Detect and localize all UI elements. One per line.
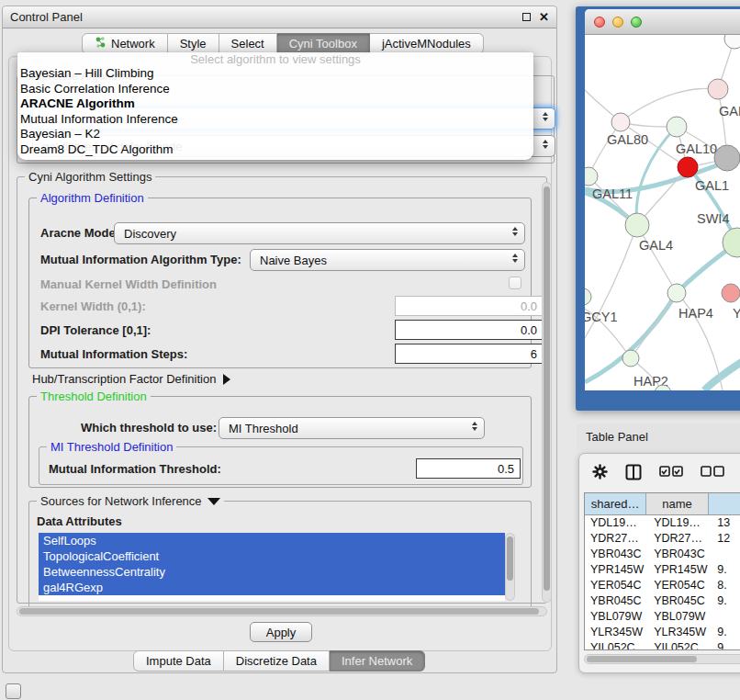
kernel-width-label: Kernel Width (0,1): <box>40 299 146 313</box>
network-node-gal80[interactable] <box>611 113 630 131</box>
dropdown-item-aracne-algorithm[interactable]: ARACNE Algorithm <box>17 96 533 112</box>
bottom-tabbar: Impute DataDiscretize DataInfer Network <box>133 650 425 672</box>
node-label-swi4: SWI4 <box>697 211 729 226</box>
network-node-gcy1[interactable] <box>585 288 591 305</box>
data-attributes-list[interactable]: SelfLoopsTopologicalCoefficientBetweenne… <box>39 533 505 601</box>
attribute-item-betweennesscentrality[interactable]: BetweennessCentrality <box>39 564 505 580</box>
node-label-gal4: GAL4 <box>639 238 673 253</box>
table-cell: YDL19… <box>585 515 648 531</box>
table-row[interactable]: YIL052CYIL052C9 <box>585 640 740 650</box>
sources-group: Sources for Network Inference Data Attri… <box>28 501 532 609</box>
network-node-gal4[interactable] <box>625 213 649 237</box>
attribute-item-selfloops[interactable]: SelfLoops <box>39 533 505 548</box>
tab-discretize-data[interactable]: Discretize Data <box>224 650 330 672</box>
dock-panel-icon[interactable] <box>6 683 21 699</box>
network-canvas[interactable]: GAL7GAL80GAL10GAL1GAL11SWI4GAL4GCY1HAP4Y… <box>585 35 740 390</box>
apply-button[interactable]: Apply <box>250 622 312 642</box>
deselect-all-icon[interactable] <box>701 466 724 480</box>
sources-label: Sources for Network Inference <box>40 494 202 508</box>
tab-select[interactable]: Select <box>219 33 277 54</box>
network-node-hap4[interactable] <box>667 284 686 302</box>
table-panel-titlebar: Table Panel <box>577 423 740 450</box>
table-row[interactable]: YPR145WYPR145W9. <box>585 562 740 578</box>
kernel-width-field[interactable] <box>395 296 544 316</box>
aracne-mode-combo[interactable]: Discovery <box>114 222 525 244</box>
table-cell: 9. <box>712 562 740 578</box>
stepper-arrows-icon <box>543 140 548 149</box>
dpi-tolerance-label: DPI Tolerance [0,1]: <box>40 323 151 337</box>
threshold-definition-label: Threshold Definition <box>37 390 151 403</box>
tab-network[interactable]: Network <box>82 33 168 54</box>
node-table[interactable]: shared…nameA YDL19…YDL19…13YDR27…YDR27…1… <box>584 492 740 650</box>
mi-threshold-group-label: MI Threshold Definition <box>47 440 176 454</box>
settings-horizontal-scrollbar[interactable] <box>17 606 547 616</box>
close-window-icon[interactable] <box>594 17 605 28</box>
table-row[interactable]: YBR045CYBR045C9. <box>585 593 740 609</box>
dropdown-item-dream8-dc-tdc-algorithm[interactable]: Dream8 DC_TDC Algorithm <box>17 142 533 158</box>
node-label-gal7: GAL7 <box>719 104 740 119</box>
column-header-name[interactable]: name <box>646 493 708 514</box>
tab-infer-network[interactable]: Infer Network <box>330 650 425 672</box>
dpi-tolerance-field[interactable] <box>395 320 544 340</box>
tab-style[interactable]: Style <box>168 33 219 54</box>
stepper-arrows-icon <box>512 254 518 263</box>
table-row[interactable]: YDL19…YDL19…13 <box>585 515 740 531</box>
mi-threshold-group: MI Threshold Definition Mutual Informati… <box>39 446 523 485</box>
minimize-window-icon[interactable] <box>612 17 623 28</box>
which-threshold-value: MI Threshold <box>229 422 298 435</box>
network-edge[interactable] <box>621 88 718 122</box>
float-panel-icon[interactable] <box>522 13 531 21</box>
table-window: shared…nameA YDL19…YDL19…13YDR27…YDR27…1… <box>578 453 740 673</box>
hub-definition-expander[interactable]: Hub/Transcription Factor Definition <box>32 372 230 386</box>
settings-vertical-scrollbar[interactable] <box>542 182 552 603</box>
node-label-gcy1: GCY1 <box>585 310 618 324</box>
column-header-a[interactable]: A <box>709 493 740 514</box>
table-row[interactable]: YBR043CYBR043C <box>585 547 740 562</box>
which-threshold-combo[interactable]: MI Threshold <box>219 417 485 439</box>
tab-cyni-toolbox[interactable]: Cyni Toolbox <box>277 33 370 54</box>
attribute-item-gal4rgexp[interactable]: gal4RGexp <box>39 580 505 595</box>
tab-jactivemnodules[interactable]: jActiveMNodules <box>370 33 484 54</box>
zoom-window-icon[interactable] <box>631 17 642 28</box>
network-node-gal1[interactable] <box>678 157 698 177</box>
attribute-item-topologicalcoefficient[interactable]: TopologicalCoefficient <box>39 548 505 564</box>
tab-label: Style <box>180 37 207 51</box>
network-window-titlebar[interactable] <box>585 9 740 35</box>
dropdown-item-bayesian-hill-climbing[interactable]: Bayesian – Hill Climbing <box>17 66 533 82</box>
network-node[interactable] <box>714 145 740 171</box>
table-horizontal-scrollbar[interactable] <box>584 654 740 664</box>
table-row[interactable]: YER054CYER054C8. <box>585 578 740 593</box>
table-cell: 13 <box>712 515 740 531</box>
close-icon[interactable]: ✕ <box>539 11 549 23</box>
tab-impute-data[interactable]: Impute Data <box>133 650 224 672</box>
control-panel-titlebar: Control Panel ✕ <box>3 6 556 28</box>
network-node[interactable] <box>724 35 740 49</box>
sources-label-wrap[interactable]: Sources for Network Inference <box>37 494 224 508</box>
network-node-gal10[interactable] <box>667 117 687 137</box>
mi-threshold-field[interactable] <box>416 458 521 479</box>
panel-title: Control Panel <box>10 10 83 24</box>
dropdown-item-basic-correlation-inference[interactable]: Basic Correlation Inference <box>17 82 533 97</box>
network-edge[interactable] <box>585 293 677 382</box>
dropdown-item-bayesian-k2[interactable]: Bayesian – K2 <box>17 127 533 142</box>
select-all-icon[interactable] <box>659 466 683 480</box>
attributes-scrollbar[interactable] <box>505 533 515 601</box>
stepper-arrows-icon <box>472 422 477 431</box>
network-node-gal7[interactable] <box>708 79 728 99</box>
table-row[interactable]: YDR27…YDR27…12 <box>585 531 740 547</box>
manual-kernel-width-checkbox[interactable] <box>509 277 521 289</box>
network-node-y[interactable] <box>722 284 740 302</box>
table-row[interactable]: YBL079WYBL079W <box>585 609 740 625</box>
tab-label: Select <box>231 37 264 51</box>
split-view-icon[interactable] <box>625 464 642 483</box>
table-cell: YBR045C <box>585 593 648 609</box>
mi-algorithm-type-combo[interactable]: Naive Bayes <box>250 249 525 271</box>
mi-steps-field[interactable] <box>395 344 544 364</box>
gear-icon[interactable] <box>592 464 608 482</box>
dropdown-item-mutual-information-inference[interactable]: Mutual Information Inference <box>17 112 533 128</box>
network-node-hap2[interactable] <box>622 350 639 367</box>
table-row[interactable]: YLR345WYLR345W9. <box>585 625 740 640</box>
table-cell: YLR345W <box>648 625 712 640</box>
network-edge[interactable] <box>631 293 677 358</box>
column-header-shared[interactable]: shared… <box>585 493 646 514</box>
